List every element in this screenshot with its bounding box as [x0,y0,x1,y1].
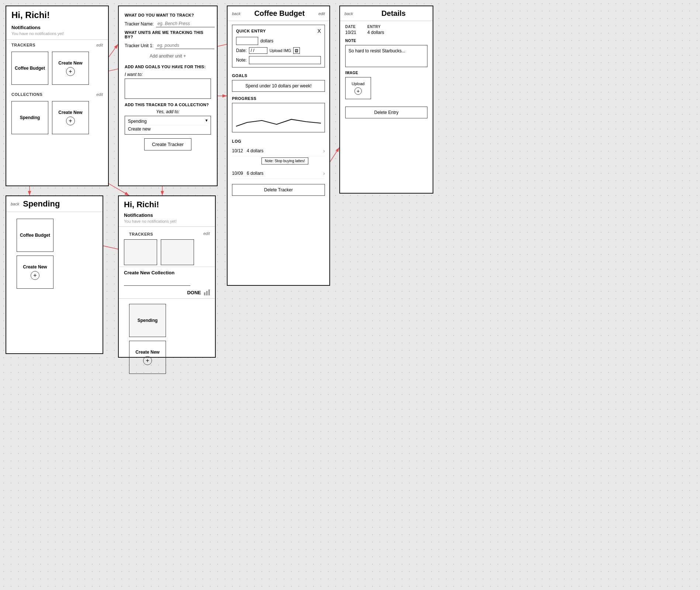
done-label[interactable]: DONE [187,290,201,295]
log-section-title: LOG [232,139,325,143]
home2-spending-label: Spending [138,318,158,323]
delete-entry-button[interactable]: Delete Entry [345,107,427,118]
trackers-create-new-card[interactable]: Create New + [52,52,89,85]
tracker-unit-label: Tracker Unit 1: [125,43,153,48]
dropdown-option-create-new[interactable]: Create new [128,125,208,133]
home2-collections-cards-row: Spending Create New + [124,301,210,378]
home2-screen: Hi, Richi! Notifications You have no not… [118,195,216,358]
image-section-label: IMAGE [345,71,427,75]
goals-textarea[interactable] [125,79,211,99]
home2-trackers-label: TRACKERS [124,229,158,238]
home2-collections-section: Spending Create New + [119,299,215,381]
collection-dropdown[interactable]: ▼ Spending Create new [125,116,211,135]
home-greeting: Hi, Richi! [6,6,108,22]
home2-trackers-partial-row [124,238,210,265]
home2-notifications-title: Notifications [124,212,210,218]
details-back-link[interactable]: back [344,11,353,16]
collections-edit-link[interactable]: edit [96,92,103,97]
details-date-entry-row: DATE 10/21 ENTRY 4 dollars [345,25,427,35]
create-collection-input[interactable] [124,278,190,286]
collections-create-new-plus-icon: + [66,117,75,125]
spending-screen: back Spending Coffee Budget Create New + [6,195,103,354]
notifications-section: Notifications You have no notifications … [6,22,108,40]
image-upload-box[interactable]: Upload + [345,77,371,99]
trackers-create-new-label: Create New [58,60,82,66]
quick-entry-note-row: Note: [236,56,321,64]
trackers-cards-row: Coffee Budget Create New + [6,49,108,89]
coffee-budget-card[interactable]: Coffee Budget [11,52,48,85]
create-tracker-button[interactable]: Create Tracker [144,138,191,150]
quick-entry-upload-label[interactable]: Upload IMG [270,48,291,53]
spending-title: Spending [23,199,60,209]
tracker-unit-row: Tracker Unit 1: [125,42,211,49]
details-date-col: DATE 10/21 [345,25,356,35]
coffee-budget-edit-link[interactable]: edit [318,11,325,16]
add-unit-link[interactable]: Add another unit + [125,52,211,62]
quick-entry-amount-input[interactable] [236,37,258,45]
details-screen: back Details DATE 10/21 ENTRY 4 dollars … [339,6,433,194]
home2-tracker-card-2 [161,239,194,265]
coffee-budget-back-link[interactable]: back [232,11,240,16]
quick-entry-date-input[interactable]: / / [249,47,267,54]
home2-tracker-card-1 [124,239,157,265]
tracker-name-label: Tracker Name: [125,21,154,27]
spending-create-new-card[interactable]: Create New + [17,256,53,289]
details-entry-value: 4 dollars [367,30,384,35]
done-row: DONE [124,289,210,295]
tracker-unit-input[interactable] [156,42,214,49]
coffee-budget-title: Coffee Budget [254,9,305,18]
progress-chart [232,103,325,132]
trackers-edit-link[interactable]: edit [96,43,103,47]
log-entry-2-arrow-icon: › [323,170,325,176]
note-box[interactable]: So hard to resist Starbucks... [345,45,427,67]
create-collection-title: Create New Collection [124,270,210,275]
quick-entry-title: QUICK ENTRY [236,29,266,33]
goals-section: GOALS Spend under 10 dollars per week! [228,71,329,94]
progress-section-title: PROGRESS [232,96,325,101]
log-entry-2[interactable]: 10/09 6 dollars › [232,168,325,179]
log-section: LOG 10/12 4 dollars › Note: Stop buying … [228,137,329,181]
question1-label: WHAT DO YOU WANT TO TRACK? [125,13,211,17]
spending-back-link[interactable]: back [11,202,19,206]
collections-create-new-card[interactable]: Create New + [52,101,89,134]
log-entry-1-arrow-icon: › [323,148,325,154]
iwantto-label: I want to: [125,72,211,77]
collections-label: COLLECTIONS [11,92,42,97]
log-entry-2-date: 10/09 [232,171,247,176]
spending-card[interactable]: Spending [11,101,48,134]
home2-create-new-plus-icon: + [143,356,152,365]
spending-label: Spending [20,115,40,120]
home2-create-new-card[interactable]: Create New + [129,341,166,374]
question3-label: ADD AND GOALS YOU HAVE FOR THIS: [125,65,211,69]
log-entry-2-amount: 6 dollars [247,171,323,176]
home2-trackers-edit-link[interactable]: edit [203,231,210,236]
details-content: DATE 10/21 ENTRY 4 dollars NOTE So hard … [340,21,433,122]
coffee-budget-header: back Coffee Budget edit [228,6,329,21]
delete-tracker-button[interactable]: Delete Tracker [232,184,325,196]
notifications-title: Notifications [11,25,103,30]
question2-label: WHAT UNITS ARE WE TRACKING THIS BY? [125,30,211,39]
trackers-create-new-plus-icon: + [66,67,75,76]
trackers-label: TRACKERS [11,43,35,47]
log-entry-1-date: 10/12 [232,148,247,153]
quick-entry-close-button[interactable]: X [318,28,321,34]
create-tracker-form: WHAT DO YOU WANT TO TRACK? Tracker Name:… [119,6,217,154]
spending-coffee-budget-card[interactable]: Coffee Budget [17,219,53,252]
dropdown-option-spending[interactable]: Spending [128,118,208,125]
quick-entry-unit-label: dollars [260,38,273,44]
tracker-name-input[interactable] [156,20,215,27]
goals-section-title: GOALS [232,73,325,78]
details-header: back Details [340,6,433,21]
log-entry-1[interactable]: 10/12 4 dollars › [232,146,325,156]
details-date-value: 10/21 [345,30,356,35]
notifications-subtitle: You have no notifications yet! [11,31,103,36]
goals-box: Spend under 10 dollars per week! [232,80,325,92]
quick-entry-note-input[interactable] [249,56,321,64]
progress-section: PROGRESS [228,94,329,137]
home2-notifications-section: Notifications You have no notifications … [119,211,215,227]
home2-spending-card[interactable]: Spending [129,304,166,337]
create-collection-area: Create New Collection DONE [119,267,215,299]
coffee-budget-screen: back Coffee Budget edit QUICK ENTRY X do… [227,6,330,286]
done-bars-icon [204,289,210,295]
details-title: Details [359,9,428,18]
